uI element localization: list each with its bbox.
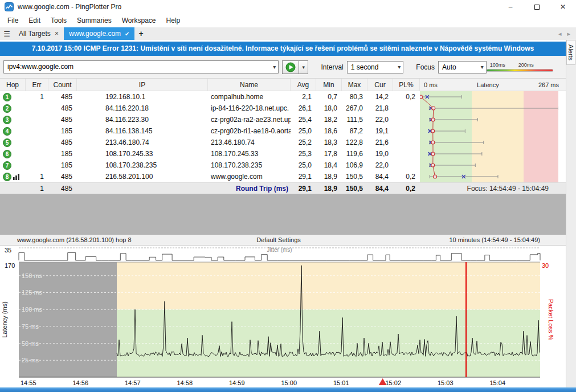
hop-cell: 8	[0, 171, 26, 182]
col-min[interactable]: Min	[316, 79, 342, 91]
hop-badge: 1	[3, 93, 11, 101]
cur-cell: 22,0	[367, 160, 393, 171]
col-hop[interactable]: Hop	[0, 79, 26, 91]
focus-range-label: Focus: 14:54:49 - 15:04:49	[420, 183, 566, 194]
cur-cell: 21,8	[367, 103, 393, 114]
col-pl[interactable]: PL%	[393, 79, 420, 91]
cur-cell: 22,0	[367, 114, 393, 125]
target-value: ipv4:www.google.com	[7, 63, 73, 71]
min-cell: 17,8	[316, 148, 342, 160]
col-name[interactable]: Name	[208, 79, 291, 91]
new-tab-button[interactable]: +	[134, 27, 147, 40]
time-tick-label: 14:55	[21, 379, 36, 386]
summary-min: 18,9	[316, 183, 342, 194]
graph-range-label: 10 minutes (14:54:49 - 15:04:49)	[301, 236, 566, 243]
avg-cell: 29,1	[291, 171, 316, 182]
chevron-down-icon: ▾	[398, 62, 401, 73]
menu-summaries[interactable]: Summaries	[72, 15, 117, 26]
menu-workspace[interactable]: Workspace	[117, 15, 161, 26]
name-cell: 108.170.245.33	[208, 148, 291, 160]
max-cell: 80,3	[342, 91, 367, 103]
hamburger-icon[interactable]: ☰	[0, 27, 14, 40]
focus-select[interactable]: Auto ▾	[438, 61, 487, 74]
workspace-gap	[0, 194, 566, 235]
svg-text:125 ms: 125 ms	[22, 289, 43, 296]
icmp-error-banner[interactable]: 7.10.2017 15:00 ICMP Error 1231: Umístěn…	[0, 42, 566, 56]
jitter-scale-label: 35	[5, 247, 11, 254]
avg-cell: 2,1	[291, 91, 316, 103]
col-err[interactable]: Err	[26, 79, 48, 91]
tab-www-google-com[interactable]: www.google.com ✔	[64, 27, 134, 40]
tabbar: ☰ All Targets ✕ www.google.com ✔ + ◂ ▸	[0, 27, 576, 40]
summary-avg: 29,1	[291, 183, 316, 194]
col-ip[interactable]: IP	[77, 79, 208, 91]
ip-cell: 84.116.220.18	[77, 103, 208, 114]
hop-cell: 6	[0, 148, 26, 160]
col-avg[interactable]: Avg	[291, 79, 316, 91]
hop-badge: 5	[3, 138, 11, 147]
avg-cell: 25,2	[291, 137, 316, 148]
menu-file[interactable]: File	[2, 15, 23, 26]
err-cell: 1	[26, 91, 48, 103]
pl-cell: 0,2	[393, 171, 420, 182]
hop-badge: 8	[3, 173, 11, 181]
col-latency: 0 ms Latency 267 ms	[420, 79, 566, 91]
tab-nav-left-icon[interactable]: ◂	[558, 30, 562, 38]
avg-cell: 25,4	[291, 114, 316, 125]
alerts-rail[interactable]: Alerts	[566, 39, 576, 387]
summary-err: 1	[26, 183, 48, 194]
cur-cell: 14,2	[367, 91, 393, 103]
pl-cell	[393, 114, 420, 125]
summary-cur: 84,4	[367, 183, 393, 194]
minimize-button[interactable]: –	[497, 0, 524, 14]
name-cell: 213.46.180.74	[208, 137, 291, 148]
table-header[interactable]: Hop Err Count IP Name Avg Min Max Cur PL…	[0, 79, 566, 91]
err-cell	[26, 103, 48, 114]
menu-edit[interactable]: Edit	[23, 15, 46, 26]
tab-all-targets[interactable]: All Targets ✕	[14, 27, 64, 40]
count-cell: 185	[48, 125, 77, 137]
cur-cell: 84,4	[367, 171, 393, 182]
start-trace-button[interactable]	[282, 60, 299, 74]
timeline-chart[interactable]: 150 ms125 ms100 ms75 ms50 ms25 ms35Jitte…	[0, 246, 566, 387]
min-cell: 0,7	[316, 91, 342, 103]
window-controls: – ✕	[497, 0, 576, 14]
tab-close-icon[interactable]: ✕	[55, 31, 59, 36]
pl-cell	[393, 103, 420, 114]
cur-cell: 19,1	[367, 125, 393, 137]
hop-cell: 4	[0, 125, 26, 137]
col-cur[interactable]: Cur	[367, 79, 393, 91]
focus-label: Focus	[416, 63, 435, 71]
col-max[interactable]: Max	[342, 79, 367, 91]
alerts-tab[interactable]: Alerts	[566, 40, 575, 65]
titlebar[interactable]: www.google.com - PingPlotter Pro – ✕	[0, 0, 576, 14]
min-cell: 18,0	[316, 103, 342, 114]
count-cell: 185	[48, 148, 77, 160]
max-cell: 150,5	[342, 171, 367, 182]
start-options-button[interactable]: ▾	[299, 60, 308, 74]
menu-help[interactable]: Help	[161, 15, 186, 26]
pl-cell: 0,2	[393, 91, 420, 103]
maximize-button[interactable]	[524, 0, 550, 14]
name-cell: www.google.com	[208, 171, 291, 182]
avg-marker	[431, 141, 435, 144]
target-combobox[interactable]: ipv4:www.google.com ▾	[3, 60, 279, 74]
interval-select[interactable]: 1 second ▾	[347, 61, 404, 74]
count-cell: 485	[48, 137, 77, 148]
summary-row: 1 485 Round Trip (ms) 29,1 18,9 150,5 84…	[0, 182, 566, 194]
avg-marker	[431, 118, 435, 121]
avg-marker	[431, 152, 435, 156]
chevron-down-icon: ▾	[481, 62, 484, 73]
time-tick-label: 14:57	[125, 379, 141, 386]
name-cell: cz-prg02a-ra2-ae23.net.up	[208, 114, 291, 125]
count-cell: 485	[48, 171, 77, 182]
hop-cell: 5	[0, 137, 26, 148]
col-count[interactable]: Count	[48, 79, 77, 91]
name-cell: compalhub.home	[208, 91, 291, 103]
time-tick-label: 14:58	[177, 379, 193, 386]
time-tick-label: 15:02	[386, 379, 402, 386]
close-button[interactable]: ✕	[550, 0, 576, 14]
menu-tools[interactable]: Tools	[46, 15, 72, 26]
hop-badge: 3	[3, 116, 11, 124]
tab-nav-right-icon[interactable]: ▸	[567, 30, 570, 38]
